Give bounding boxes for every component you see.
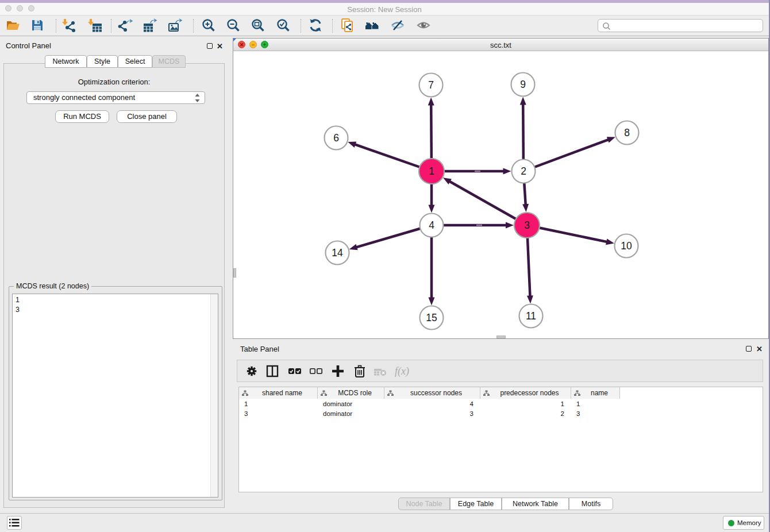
table-tab-network-table[interactable]: Network Table	[502, 498, 569, 510]
memory-status-icon	[728, 520, 734, 526]
arrowhead	[348, 142, 356, 148]
arrowhead	[443, 178, 452, 184]
optimization-dropdown[interactable]: strongly connected component	[26, 91, 205, 104]
horizontal-scrollbar-thumb[interactable]	[496, 336, 506, 338]
table-tab-node-table[interactable]: Node Table	[398, 498, 450, 510]
control-panel-title: Control Panel	[6, 41, 51, 50]
arrowhead	[428, 97, 434, 105]
table-row[interactable]: 1dominator411	[239, 399, 620, 409]
import-table-button[interactable]	[87, 18, 102, 33]
result-scrollbar[interactable]	[210, 294, 218, 497]
tab-mcds[interactable]: MCDS	[152, 55, 186, 68]
export-image-button[interactable]	[168, 18, 183, 33]
show-all-networks-button[interactable]	[365, 18, 380, 33]
zoom-selected-button[interactable]	[276, 18, 291, 33]
arrowhead	[527, 295, 533, 303]
cell[interactable]: 3	[384, 409, 480, 419]
memory-button[interactable]: Memory	[723, 516, 764, 530]
column-header-MCDS-role[interactable]: MCDS role	[318, 387, 384, 399]
network-window-title: scc.txt	[233, 41, 768, 49]
refresh-layout-button[interactable]	[308, 18, 323, 33]
tab-network[interactable]: Network	[45, 55, 87, 68]
optimization-criterion-label: Optimization criterion:	[4, 78, 224, 86]
optimization-dropdown-value: strongly connected component	[33, 93, 135, 102]
toolbar-separator	[193, 19, 194, 33]
zoom-in-button[interactable]	[201, 18, 216, 33]
arrowhead	[607, 137, 615, 142]
select-all-columns-icon[interactable]	[287, 364, 302, 379]
cell[interactable]: 1	[480, 399, 571, 409]
import-network-button[interactable]	[61, 18, 76, 33]
node-label-9: 9	[520, 79, 526, 90]
save-session-button[interactable]	[30, 18, 45, 33]
toolbar-separator	[332, 19, 333, 33]
delete-column-icon[interactable]	[352, 364, 367, 379]
tab-style[interactable]: Style	[87, 55, 118, 68]
app-titlebar: Session: New Session	[0, 3, 769, 16]
edge-2-8[interactable]	[523, 139, 610, 171]
mcds-panel: Optimization criterion: strongly connect…	[3, 63, 225, 508]
export-network-button[interactable]	[118, 18, 133, 33]
column-header-successor-nodes[interactable]: successor nodes	[384, 387, 480, 399]
control-panel-float-icon[interactable]	[207, 43, 213, 49]
tab-select[interactable]: Select	[118, 55, 152, 68]
close-panel-button[interactable]: Close panel	[117, 110, 177, 123]
cell[interactable]: 3	[571, 409, 620, 419]
arrowhead	[429, 205, 435, 213]
show-eye-button[interactable]	[416, 18, 431, 33]
cell[interactable]: 3	[239, 409, 318, 419]
table-tab-motifs[interactable]: Motifs	[569, 498, 613, 510]
cell[interactable]: 1	[571, 399, 620, 409]
node-label-10: 10	[621, 240, 632, 252]
node-label-14: 14	[332, 247, 343, 259]
cell[interactable]: 4	[384, 399, 480, 409]
run-mcds-button[interactable]: Run MCDS	[55, 110, 109, 123]
main-toolbar	[0, 16, 769, 36]
task-history-button[interactable]	[7, 516, 22, 530]
table-tab-edge-table[interactable]: Edge Table	[450, 498, 502, 510]
table-header: shared nameMCDS rolesuccessor nodesprede…	[239, 387, 620, 399]
column-header-predecessor-nodes[interactable]: predecessor nodes	[480, 387, 571, 399]
column-layout-icon[interactable]	[265, 364, 280, 379]
vertical-scrollbar-thumb[interactable]	[233, 268, 236, 277]
node-label-8: 8	[624, 127, 630, 138]
toolbar-separator	[56, 19, 56, 33]
table-panel-float-icon[interactable]	[746, 346, 752, 352]
mcds-result-title: MCDS result (2 nodes)	[14, 282, 91, 290]
search-icon	[602, 22, 611, 31]
toolbar-separator	[301, 19, 301, 33]
settings-gear-icon[interactable]	[244, 364, 259, 379]
add-column-icon[interactable]	[330, 364, 345, 379]
export-table-button[interactable]	[143, 18, 157, 33]
node-label-11: 11	[526, 310, 536, 322]
node-label-4: 4	[429, 219, 434, 231]
cell[interactable]: 1	[239, 399, 318, 409]
zoom-out-button[interactable]	[226, 18, 241, 33]
table-row[interactable]: 3dominator323	[239, 409, 620, 419]
deselect-all-columns-icon[interactable]	[309, 364, 324, 379]
cell[interactable]: dominator	[318, 409, 384, 419]
status-bar: Memory	[0, 513, 769, 532]
mcds-result-area[interactable]: 1 3	[12, 294, 218, 498]
node-label-7: 7	[428, 79, 434, 91]
column-header-name[interactable]: name	[571, 387, 620, 399]
edge-3-1[interactable]	[449, 181, 527, 225]
cell[interactable]: 2	[480, 409, 571, 419]
hide-selected-button[interactable]	[390, 18, 405, 33]
column-header-shared-name[interactable]: shared name	[239, 387, 318, 399]
control-panel-close-icon[interactable]: ✕	[217, 43, 223, 50]
arrowhead	[520, 97, 526, 105]
network-window-titlebar[interactable]: ✕ − + scc.txt	[233, 38, 768, 51]
mcds-result-text: 1 3	[16, 295, 20, 315]
table-panel-title: Table Panel	[240, 345, 279, 353]
search-input[interactable]	[613, 20, 760, 31]
clone-network-button[interactable]	[340, 18, 355, 33]
node-label-1: 1	[429, 165, 434, 177]
cell[interactable]: dominator	[318, 399, 384, 409]
search-box	[598, 19, 763, 32]
memory-label: Memory	[737, 519, 761, 526]
graph-svg[interactable]: 1234678910111415	[233, 51, 768, 339]
open-session-button[interactable]	[5, 18, 20, 33]
zoom-fit-button[interactable]	[251, 18, 265, 33]
table-panel-close-icon[interactable]: ✕	[756, 346, 763, 353]
